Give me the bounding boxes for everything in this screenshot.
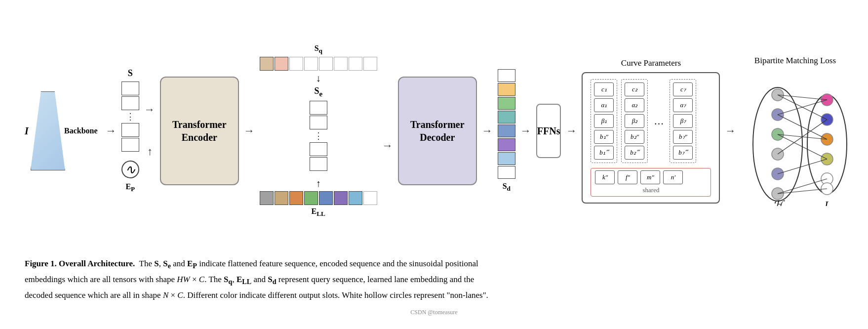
caption-line2: embeddings which are all tensors with sh… [25,273,834,288]
b2d-cell: b₂″ [625,130,644,144]
a2-cell: α₂ [625,98,644,112]
le-box-7 [349,191,362,205]
curve-col-2: c₂ α₂ β₂ b₂″ b₂‴ [621,79,648,163]
b7-cell: β₇ [673,114,693,128]
shared-row: k″ f″ m″ n′ [595,170,707,184]
backbone-trapezoid [31,91,65,170]
se-label: Se [314,86,322,98]
b1d-cell: b₁″ [594,130,614,144]
bipartite-block: Bipartite Matching Loss [741,56,849,206]
arrow-ep: → [143,146,156,159]
le-box-1 [260,191,274,205]
out-box-6 [498,138,515,151]
watermark: CSDN @tomeasure [10,308,858,317]
query-box-3 [289,57,303,71]
caption-line1: Figure 1. Overall Architecture. The S, S… [25,257,834,272]
c7-cell: c₇ [673,82,693,96]
ep-label: EP [125,182,135,193]
svg-point-0 [753,87,802,201]
up-arrow-ell: ↑ [316,178,321,189]
b2-cell: β₂ [625,114,644,128]
s-box-1 [121,82,139,95]
lane-embedding [260,191,377,205]
caption: Figure 1. Overall Architecture. The S, S… [10,247,849,308]
arrow-4: → [381,139,394,152]
arrow-8: → [724,124,737,137]
bipartite-title: Bipartite Matching Loss [754,56,836,66]
n-cell: n′ [663,170,683,184]
le-box-2 [275,191,288,205]
b7d-cell: b₇″ [673,130,693,144]
curve-cols: c₁ α₁ β₁ b₁″ b₁‴ c₂ α₂ β₂ b₂″ b₂‴ [591,79,711,163]
arrow-6: → [519,124,532,137]
arrow-1: → [105,124,118,137]
shared-label: shared [595,186,707,194]
b7t-cell: b₇‴ [673,146,693,160]
curve-dots: … [652,79,666,163]
out-box-4 [498,111,515,123]
svg-line-16 [778,100,827,115]
a1-cell: α₁ [594,98,614,112]
s-dots: ⋮ [121,111,139,122]
input-block: I Backbone [25,91,101,170]
ffns-box: FFNs [536,104,561,158]
transformer-encoder-box: TransformerEncoder [160,77,239,185]
m-cell: m″ [640,170,660,184]
s-box-4 [121,138,139,152]
out-box-7 [498,152,515,165]
shared-box: k″ f″ m″ n′ shared [591,168,711,197]
ffns-label: FFNs [537,125,560,137]
b1t-cell: b₁‴ [594,146,614,160]
input-label: I [25,125,29,137]
query-box-8 [363,57,377,71]
query-box-7 [349,57,362,71]
se-sequence-block: Se ⋮ [310,86,327,171]
out-box-8 [498,166,515,179]
s-boxes: ⋮ [121,82,139,152]
caption-line3: decoded sequence which are all in shape … [25,288,834,302]
arrow-3: → [243,124,256,137]
se-box-2 [310,116,327,129]
k-cell: k″ [595,170,615,184]
query-box-1 [260,57,274,71]
curve-params-block: c₁ α₁ β₁ b₁″ b₁‴ c₂ α₂ β₂ b₂″ b₂‴ [582,72,720,204]
s-box-3 [121,123,139,137]
le-box-3 [289,191,303,205]
svg-line-21 [778,159,827,174]
transformer-decoder-block: TransformerDecoder [398,77,477,185]
sine-symbol: ∿ [121,161,139,178]
transformer-encoder-label: TransformerEncoder [172,118,227,144]
query-boxes [260,57,377,71]
se-dots: ⋮ [310,130,327,141]
query-box-5 [319,57,333,71]
bipartite-svg: ℋ L [741,68,849,206]
curve-params-title: Curve Parameters [621,58,681,68]
out-box-5 [498,124,515,137]
curve-col-1: c₁ α₁ β₁ b₁″ b₁‴ [591,79,617,163]
s-label: S [128,68,133,79]
out-box-1 [498,69,515,82]
arrow-2: → [143,103,156,116]
svg-line-14 [778,95,827,100]
le-box-4 [304,191,318,205]
svg-text:ℋ: ℋ [773,199,785,206]
curve-col-7: c₇ α₇ β₇ b₇″ b₇‴ [670,79,696,163]
b2t-cell: b₂‴ [625,146,644,160]
se-box-4 [310,157,327,171]
b1-cell: β₁ [594,114,614,128]
le-box-5 [319,191,333,205]
c2-cell: c₂ [625,82,644,96]
main-container: I Backbone → S ⋮ ∿ [10,10,858,317]
query-box-6 [334,57,348,71]
arrow-7: → [565,124,578,137]
out-box-2 [498,83,515,96]
query-box-2 [275,57,288,71]
transformer-decoder-label: TransformerDecoder [410,118,465,144]
a7-cell: α₇ [673,98,693,112]
se-box-3 [310,142,327,156]
out-boxes [498,69,515,179]
sd-block: Sd [498,69,515,193]
c1-cell: c₁ [594,82,614,96]
se-boxes: ⋮ [310,101,327,171]
le-box-8 [363,191,377,205]
